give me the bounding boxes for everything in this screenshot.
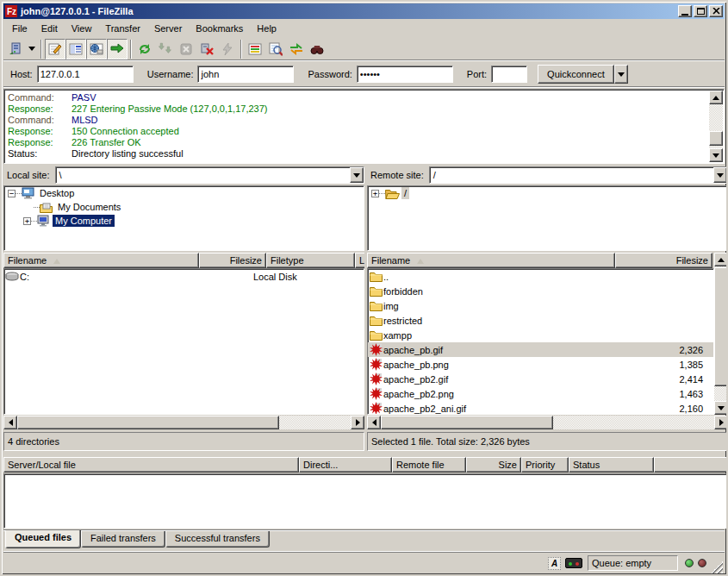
column-header-size[interactable]: Size [466,457,521,473]
collapse-icon[interactable]: − [8,190,16,197]
scroll-right-button[interactable] [351,416,364,429]
scroll-right-button[interactable] [714,416,728,429]
disconnect-button[interactable] [196,39,217,59]
maximize-button[interactable] [694,5,707,17]
menu-edit[interactable]: Edit [34,21,65,36]
scroll-down-button[interactable] [709,148,723,162]
site-manager-dropdown-button[interactable] [26,39,38,59]
file-row[interactable]: .. [368,269,713,284]
queue-list[interactable] [3,473,728,529]
local-site-combo[interactable]: \ [55,166,364,184]
column-header-direction[interactable]: Directi... [299,457,392,473]
find-files-button[interactable] [307,39,327,59]
svg-text:Fz: Fz [7,7,16,16]
menu-help[interactable]: Help [250,21,283,36]
tab-successful-transfers[interactable]: Successful transfers [165,531,270,548]
column-header-filetype[interactable]: Filetype [266,253,355,268]
title-bar[interactable]: Fz john@127.0.0.1 - FileZilla [3,3,725,19]
tree-item-my-documents[interactable]: My Documents [4,200,364,214]
menu-bookmarks[interactable]: Bookmarks [189,21,250,36]
resize-grip[interactable] [711,561,723,573]
tree-item-my-computer[interactable]: + My Computer [4,214,364,228]
transfer-type-icon[interactable]: A [548,557,561,570]
scrollbar-thumb[interactable] [381,416,553,429]
scroll-down-button[interactable] [714,401,728,415]
remote-site-combo[interactable]: / [429,166,728,184]
tree-item-root[interactable]: + / [368,186,727,200]
remote-status-text: Selected 1 file. Total size: 2,326 bytes [367,432,728,451]
scroll-up-button[interactable] [714,253,728,266]
file-row[interactable]: apache_pb2_ani.gif 2,160 [368,401,713,415]
quickconnect-button[interactable]: Quickconnect [538,65,614,84]
computer-icon [37,215,51,227]
local-site-dropdown-button[interactable] [350,167,364,183]
tree-item-desktop[interactable]: − Desktop [4,186,364,200]
expand-icon[interactable]: + [371,190,379,197]
column-header-priority[interactable]: Priority [521,457,569,473]
toggle-local-tree-button[interactable] [65,39,86,59]
file-row[interactable]: img [368,298,713,313]
toggle-transfer-queue-button[interactable] [107,39,128,59]
column-header-server-local-file[interactable]: Server/Local file [3,457,299,473]
scrollbar-thumb[interactable] [709,131,723,146]
column-header-filename[interactable]: Filename [3,253,199,268]
scroll-left-button[interactable] [3,416,17,429]
speed-limit-icon[interactable] [565,558,582,568]
process-queue-button[interactable] [155,39,176,59]
menu-file[interactable]: File [5,21,34,36]
file-size: 1,463 [616,389,713,399]
menu-transfer[interactable]: Transfer [98,21,147,36]
tab-queued-files[interactable]: Queued files [5,530,81,548]
filezilla-window: Fz john@127.0.0.1 - FileZilla File Edit … [0,0,728,576]
quickconnect-dropdown-button[interactable] [614,65,628,84]
triangle-up-icon [712,92,719,100]
file-row[interactable]: xampp [368,328,713,342]
scrollbar-thumb[interactable] [714,267,728,386]
site-manager-button[interactable] [5,39,26,59]
synchronized-browsing-button[interactable] [286,39,307,59]
expand-icon[interactable]: + [23,217,31,225]
port-input[interactable] [491,66,527,83]
local-site-label: Local site: [3,167,55,183]
log-scrollbar[interactable] [709,91,723,162]
tab-failed-transfers[interactable]: Failed transfers [81,531,165,548]
toggle-message-log-button[interactable] [45,39,65,59]
file-row[interactable]: restricted [368,313,713,328]
triangle-right-icon [356,419,364,426]
close-button[interactable] [709,5,723,17]
file-row-selected[interactable]: apache_pb.gif 2,326 [368,342,713,357]
reconnect-button[interactable] [217,39,238,59]
file-row[interactable]: apache_pb2.gif 2,414 [368,372,713,386]
toggle-remote-tree-button[interactable] [86,39,107,59]
tree-item-label: My Computer [53,215,115,227]
file-row[interactable]: forbidden [368,284,713,298]
cancel-button[interactable] [176,39,196,59]
menu-server[interactable]: Server [147,21,189,36]
scrollbar-thumb[interactable] [17,416,279,429]
column-header-filename[interactable]: Filename [367,253,615,268]
file-row[interactable]: apache_pb.png 1,385 [368,357,713,372]
minimize-button[interactable] [678,5,692,17]
scroll-left-button[interactable] [367,416,381,429]
file-row-c-drive[interactable]: C: Local Disk [4,269,364,284]
local-horizontal-scrollbar[interactable] [3,416,364,429]
quickconnect-bar: Host: Username: Password: Port: Quickcon… [3,61,725,88]
remote-site-dropdown-button[interactable] [713,167,727,183]
column-header-filesize[interactable]: Filesize [615,253,712,268]
host-input[interactable] [37,66,134,83]
remote-horizontal-scrollbar[interactable] [367,416,728,429]
password-input[interactable] [357,66,453,83]
username-input[interactable] [197,66,294,83]
column-header-filesize[interactable]: Filesize [199,253,266,268]
remote-vertical-scrollbar[interactable] [714,253,728,415]
menu-view[interactable]: View [65,21,99,36]
triangle-right-icon [719,419,727,426]
scroll-up-button[interactable] [709,91,723,104]
log-line: Response:226 Transfer OK [6,137,708,148]
filter-button[interactable] [245,39,265,59]
file-row[interactable]: apache_pb2.png 1,463 [368,386,713,401]
column-header-status[interactable]: Status [569,457,654,473]
directory-comparison-button[interactable] [265,39,286,59]
column-header-remote-file[interactable]: Remote file [392,457,466,473]
refresh-button[interactable] [134,39,155,59]
